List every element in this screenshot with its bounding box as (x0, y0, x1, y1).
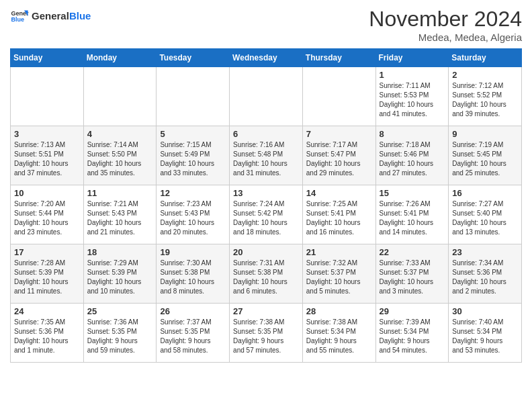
day-info: Sunrise: 7:34 AM Sunset: 5:36 PM Dayligh… (452, 259, 518, 296)
day-number: 24 (14, 306, 80, 316)
calendar-cell: 24Sunrise: 7:35 AM Sunset: 5:36 PM Dayli… (11, 304, 84, 363)
calendar-cell: 14Sunrise: 7:25 AM Sunset: 5:41 PM Dayli… (302, 185, 375, 244)
day-number: 9 (452, 129, 518, 139)
day-info: Sunrise: 7:25 AM Sunset: 5:41 PM Dayligh… (306, 199, 372, 237)
day-number: 12 (160, 188, 226, 198)
day-number: 7 (306, 129, 372, 139)
day-number: 27 (233, 306, 299, 316)
day-info: Sunrise: 7:38 AM Sunset: 5:35 PM Dayligh… (233, 318, 299, 355)
header-thursday: Thursday (302, 49, 375, 67)
day-number: 26 (160, 306, 226, 316)
day-info: Sunrise: 7:17 AM Sunset: 5:47 PM Dayligh… (306, 140, 372, 178)
calendar-cell (302, 67, 375, 126)
calendar-cell: 10Sunrise: 7:20 AM Sunset: 5:44 PM Dayli… (11, 185, 84, 244)
day-info: Sunrise: 7:40 AM Sunset: 5:34 PM Dayligh… (452, 318, 518, 355)
day-number: 17 (14, 247, 80, 257)
day-number: 11 (87, 188, 153, 198)
calendar-cell: 19Sunrise: 7:30 AM Sunset: 5:38 PM Dayli… (157, 244, 230, 304)
calendar-cell (83, 67, 157, 126)
calendar-cell: 12Sunrise: 7:23 AM Sunset: 5:43 PM Dayli… (157, 185, 230, 244)
day-number: 15 (380, 188, 445, 198)
calendar-cell: 28Sunrise: 7:38 AM Sunset: 5:34 PM Dayli… (302, 304, 375, 363)
day-info: Sunrise: 7:13 AM Sunset: 5:51 PM Dayligh… (14, 140, 80, 178)
calendar-cell: 20Sunrise: 7:31 AM Sunset: 5:38 PM Dayli… (230, 244, 303, 304)
calendar-cell: 5Sunrise: 7:15 AM Sunset: 5:49 PM Daylig… (157, 126, 230, 185)
calendar-week-4: 17Sunrise: 7:28 AM Sunset: 5:39 PM Dayli… (11, 244, 522, 304)
calendar-cell: 7Sunrise: 7:17 AM Sunset: 5:47 PM Daylig… (302, 126, 375, 185)
day-info: Sunrise: 7:21 AM Sunset: 5:43 PM Dayligh… (87, 199, 153, 237)
day-number: 13 (233, 188, 299, 198)
calendar-week-2: 3Sunrise: 7:13 AM Sunset: 5:51 PM Daylig… (11, 126, 522, 185)
day-info: Sunrise: 7:20 AM Sunset: 5:44 PM Dayligh… (14, 199, 80, 237)
day-info: Sunrise: 7:36 AM Sunset: 5:35 PM Dayligh… (87, 318, 153, 355)
day-number: 16 (452, 188, 518, 198)
calendar-week-1: 1Sunrise: 7:11 AM Sunset: 5:53 PM Daylig… (11, 67, 522, 126)
calendar-week-5: 24Sunrise: 7:35 AM Sunset: 5:36 PM Dayli… (11, 304, 522, 363)
calendar-cell: 6Sunrise: 7:16 AM Sunset: 5:48 PM Daylig… (230, 126, 303, 185)
day-info: Sunrise: 7:14 AM Sunset: 5:50 PM Dayligh… (87, 140, 153, 178)
day-info: Sunrise: 7:30 AM Sunset: 5:38 PM Dayligh… (160, 259, 226, 296)
calendar-week-3: 10Sunrise: 7:20 AM Sunset: 5:44 PM Dayli… (11, 185, 522, 244)
calendar-cell: 17Sunrise: 7:28 AM Sunset: 5:39 PM Dayli… (11, 244, 84, 304)
logo: General Blue GeneralBlue (10, 7, 91, 26)
day-number: 3 (14, 129, 80, 139)
day-info: Sunrise: 7:35 AM Sunset: 5:36 PM Dayligh… (14, 318, 80, 355)
day-info: Sunrise: 7:18 AM Sunset: 5:46 PM Dayligh… (380, 140, 445, 178)
header-monday: Monday (83, 49, 157, 67)
day-info: Sunrise: 7:27 AM Sunset: 5:40 PM Dayligh… (452, 199, 518, 237)
calendar-cell: 8Sunrise: 7:18 AM Sunset: 5:46 PM Daylig… (375, 126, 449, 185)
calendar-cell: 3Sunrise: 7:13 AM Sunset: 5:51 PM Daylig… (11, 126, 84, 185)
day-number: 30 (452, 306, 518, 316)
day-number: 6 (233, 129, 299, 139)
day-info: Sunrise: 7:38 AM Sunset: 5:34 PM Dayligh… (306, 318, 372, 355)
day-number: 2 (452, 70, 518, 80)
day-number: 18 (87, 247, 153, 257)
calendar-cell: 30Sunrise: 7:40 AM Sunset: 5:34 PM Dayli… (449, 304, 522, 363)
svg-text:Blue: Blue (11, 16, 24, 23)
day-info: Sunrise: 7:33 AM Sunset: 5:37 PM Dayligh… (380, 259, 445, 296)
day-number: 21 (306, 247, 372, 257)
day-number: 19 (160, 247, 226, 257)
day-info: Sunrise: 7:31 AM Sunset: 5:38 PM Dayligh… (233, 259, 299, 296)
header-row: Sunday Monday Tuesday Wednesday Thursday… (11, 49, 522, 67)
day-number: 22 (380, 247, 445, 257)
calendar-body: 1Sunrise: 7:11 AM Sunset: 5:53 PM Daylig… (11, 67, 522, 363)
header-sunday: Sunday (11, 49, 84, 67)
logo-blue: Blue (69, 10, 91, 21)
day-info: Sunrise: 7:24 AM Sunset: 5:42 PM Dayligh… (233, 199, 299, 237)
calendar-cell: 21Sunrise: 7:32 AM Sunset: 5:37 PM Dayli… (302, 244, 375, 304)
calendar-cell: 2Sunrise: 7:12 AM Sunset: 5:52 PM Daylig… (449, 67, 522, 126)
logo-icon: General Blue (10, 7, 29, 26)
month-title: November 2024 (369, 7, 522, 32)
calendar-cell: 22Sunrise: 7:33 AM Sunset: 5:37 PM Dayli… (375, 244, 449, 304)
day-info: Sunrise: 7:28 AM Sunset: 5:39 PM Dayligh… (14, 259, 80, 296)
day-info: Sunrise: 7:15 AM Sunset: 5:49 PM Dayligh… (160, 140, 226, 178)
calendar-cell: 16Sunrise: 7:27 AM Sunset: 5:40 PM Dayli… (449, 185, 522, 244)
page-header: General Blue GeneralBlue November 2024 M… (10, 7, 522, 43)
day-number: 5 (160, 129, 226, 139)
calendar-header: Sunday Monday Tuesday Wednesday Thursday… (11, 49, 522, 67)
calendar-cell: 11Sunrise: 7:21 AM Sunset: 5:43 PM Dayli… (83, 185, 157, 244)
calendar-cell (230, 67, 303, 126)
calendar-table: Sunday Monday Tuesday Wednesday Thursday… (10, 48, 522, 363)
day-number: 25 (87, 306, 153, 316)
header-friday: Friday (375, 49, 449, 67)
calendar-cell: 26Sunrise: 7:37 AM Sunset: 5:35 PM Dayli… (157, 304, 230, 363)
day-info: Sunrise: 7:11 AM Sunset: 5:53 PM Dayligh… (380, 81, 445, 119)
day-number: 4 (87, 129, 153, 139)
calendar-cell (157, 67, 230, 126)
header-tuesday: Tuesday (157, 49, 230, 67)
logo-general: General (32, 10, 69, 21)
day-number: 20 (233, 247, 299, 257)
day-info: Sunrise: 7:26 AM Sunset: 5:41 PM Dayligh… (380, 199, 445, 237)
day-info: Sunrise: 7:16 AM Sunset: 5:48 PM Dayligh… (233, 140, 299, 178)
calendar-cell: 18Sunrise: 7:29 AM Sunset: 5:39 PM Dayli… (83, 244, 157, 304)
calendar-cell: 25Sunrise: 7:36 AM Sunset: 5:35 PM Dayli… (83, 304, 157, 363)
day-number: 8 (380, 129, 445, 139)
day-info: Sunrise: 7:37 AM Sunset: 5:35 PM Dayligh… (160, 318, 226, 355)
day-number: 1 (380, 70, 445, 80)
calendar-cell: 29Sunrise: 7:39 AM Sunset: 5:34 PM Dayli… (375, 304, 449, 363)
day-number: 23 (452, 247, 518, 257)
calendar-cell (11, 67, 84, 126)
day-info: Sunrise: 7:39 AM Sunset: 5:34 PM Dayligh… (380, 318, 445, 355)
